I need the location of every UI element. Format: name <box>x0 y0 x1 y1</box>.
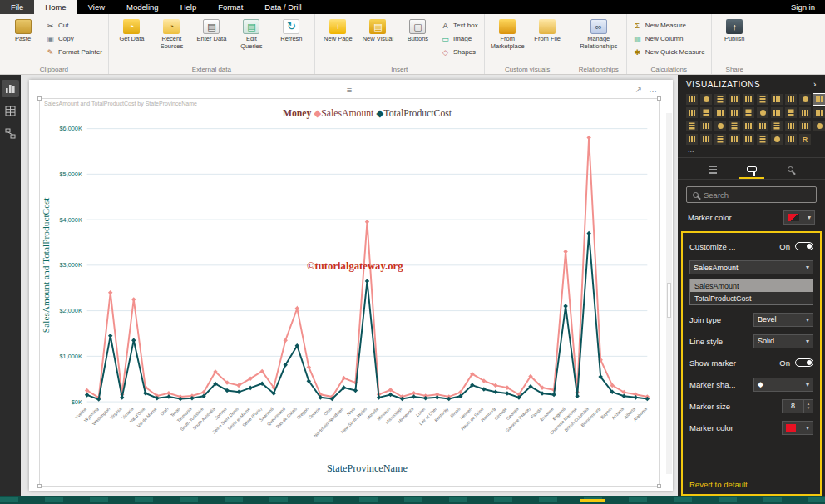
spinner-down-icon[interactable]: ▾ <box>808 406 810 411</box>
join-type-dropdown[interactable]: Bevel ▾ <box>753 313 813 327</box>
series-dropdown[interactable]: SalesAmount ▾ <box>689 260 813 274</box>
viz-type-icon-r-script[interactable]: R <box>799 134 811 145</box>
viz-type-icon[interactable] <box>714 107 726 118</box>
viz-type-icon[interactable] <box>799 94 811 105</box>
focus-mode-icon[interactable]: ↗ <box>635 85 642 94</box>
visual-drag-handle-icon[interactable]: ≡ <box>347 85 352 95</box>
viz-type-icon[interactable] <box>686 107 698 118</box>
viz-type-icon[interactable] <box>743 107 754 118</box>
menu-tab-home[interactable]: Home <box>34 0 77 14</box>
from-marketplace-button[interactable]: From Marketplace <box>491 17 525 50</box>
line-chart-visual[interactable]: ≡ ↗ … SalesAmount and TotalProductCost b… <box>39 98 660 487</box>
new-column-button[interactable]: ▥ New Column <box>633 33 705 44</box>
viz-type-icon[interactable] <box>757 121 768 131</box>
viz-type-icon[interactable] <box>729 94 740 105</box>
publish-button[interactable]: ↑ Publish <box>718 17 752 43</box>
new-measure-button[interactable]: Σ New Measure <box>633 20 705 31</box>
viz-type-icon[interactable] <box>757 134 768 145</box>
viz-type-icon[interactable] <box>785 134 797 145</box>
revert-to-default-link[interactable]: Revert to default <box>689 480 813 489</box>
line-style-dropdown[interactable]: Solid ▾ <box>753 334 813 348</box>
viz-type-icon[interactable] <box>700 134 712 145</box>
cut-button[interactable]: ✂ Cut <box>46 20 102 31</box>
visual-more-options-icon[interactable]: … <box>649 85 657 94</box>
menu-tab-format[interactable]: Format <box>207 0 254 14</box>
menu-tab-view[interactable]: View <box>77 0 116 14</box>
viz-type-icon[interactable] <box>757 94 768 105</box>
viz-type-icon[interactable] <box>771 121 783 131</box>
edit-queries-button[interactable]: ▤ Edit Queries <box>235 17 269 50</box>
format-painter-button[interactable]: ✎ Format Painter <box>46 47 102 57</box>
viz-type-icon-selected[interactable] <box>813 94 825 105</box>
manage-relationships-button[interactable]: ∞ Manage Relationships <box>577 17 620 50</box>
viz-type-icon[interactable] <box>686 134 698 145</box>
viz-type-icon[interactable] <box>729 121 740 131</box>
viz-type-icon[interactable] <box>799 121 811 131</box>
get-data-button[interactable]: ◔ Get Data <box>115 17 149 43</box>
viz-type-icon[interactable] <box>813 121 825 131</box>
marker-size-stepper[interactable]: 8 ▴ ▾ <box>782 399 813 413</box>
report-view-button[interactable] <box>2 80 19 97</box>
series-option-totalproductcost[interactable]: TotalProductCost <box>690 292 813 304</box>
menu-tab-file[interactable]: File <box>0 0 34 14</box>
visual-scrollbar-thumb[interactable] <box>667 283 671 318</box>
model-view-button[interactable] <box>2 125 19 142</box>
image-button[interactable]: ▭ Image <box>441 33 478 44</box>
viz-type-icon[interactable] <box>714 121 726 131</box>
viz-more-options[interactable]: ... <box>678 145 825 157</box>
line-chart[interactable]: Money ◆SalesAmount ◆TotalProductCost$0K$… <box>40 99 659 486</box>
from-file-button[interactable]: From File <box>531 17 565 43</box>
visual-resize-handle[interactable] <box>657 96 661 101</box>
viz-type-icon[interactable] <box>743 121 754 131</box>
sign-in-button[interactable]: Sign in <box>781 0 825 14</box>
viz-type-icon[interactable] <box>743 94 754 105</box>
viz-type-icon[interactable] <box>700 121 712 131</box>
viz-type-icon[interactable] <box>785 107 797 118</box>
new-page-button[interactable]: + New Page <box>321 17 355 43</box>
paste-button[interactable]: Paste <box>6 17 40 43</box>
visual-resize-handle[interactable] <box>657 484 661 488</box>
viz-type-icon[interactable] <box>771 94 783 105</box>
data-view-button[interactable] <box>2 102 19 120</box>
marker-size-spinner[interactable]: ▴ ▾ <box>803 400 813 413</box>
visual-resize-handle[interactable] <box>37 484 42 488</box>
tab-fields[interactable] <box>700 161 725 179</box>
tab-format[interactable] <box>739 161 764 179</box>
viz-type-icon[interactable] <box>700 107 712 118</box>
recent-sources-button[interactable]: ◔ Recent Sources <box>155 17 189 50</box>
viz-type-icon[interactable] <box>714 134 726 145</box>
viz-type-icon[interactable] <box>785 121 797 131</box>
marker-color-dropdown[interactable]: ▾ <box>782 421 813 435</box>
shapes-button[interactable]: ◇ Shapes <box>441 47 478 57</box>
tab-analytics[interactable] <box>778 161 803 179</box>
series-option-salesamount[interactable]: SalesAmount <box>690 279 813 292</box>
menu-tab-data-drill[interactable]: Data / Drill <box>254 0 312 14</box>
collapse-pane-icon[interactable]: › <box>813 80 817 89</box>
viz-type-icon[interactable] <box>714 94 726 105</box>
viz-type-icon[interactable] <box>757 107 768 118</box>
menu-tab-modeling[interactable]: Modeling <box>116 0 170 14</box>
refresh-button[interactable]: ↻ Refresh <box>274 17 309 43</box>
text-box-button[interactable]: A Text box <box>441 20 478 31</box>
viz-type-icon[interactable] <box>771 134 783 145</box>
report-page[interactable]: ≡ ↗ … SalesAmount and TotalProductCost b… <box>29 80 673 491</box>
visual-resize-handle[interactable] <box>37 96 42 101</box>
viz-type-icon[interactable] <box>771 107 783 118</box>
new-visual-button[interactable]: ▤ New Visual <box>361 17 395 43</box>
marker-color-top-dropdown[interactable]: ▾ <box>783 210 815 225</box>
new-quick-measure-button[interactable]: ✱ New Quick Measure <box>633 47 705 57</box>
marker-shape-dropdown[interactable]: ◆ ▾ <box>753 378 813 392</box>
search-input[interactable] <box>704 190 813 200</box>
viz-type-icon[interactable] <box>686 121 698 131</box>
visual-scrollbar[interactable] <box>666 113 672 474</box>
copy-button[interactable]: ▣ Copy <box>46 33 102 44</box>
viz-type-icon[interactable] <box>729 107 740 118</box>
enter-data-button[interactable]: ▤ Enter Data <box>195 17 229 43</box>
viz-type-icon[interactable] <box>700 94 712 105</box>
viz-type-icon[interactable] <box>813 107 825 118</box>
format-search[interactable] <box>686 186 817 203</box>
show-marker-toggle[interactable] <box>795 358 813 367</box>
menu-tab-help[interactable]: Help <box>170 0 208 14</box>
viz-type-icon[interactable] <box>785 94 797 105</box>
viz-type-icon[interactable] <box>729 134 740 145</box>
